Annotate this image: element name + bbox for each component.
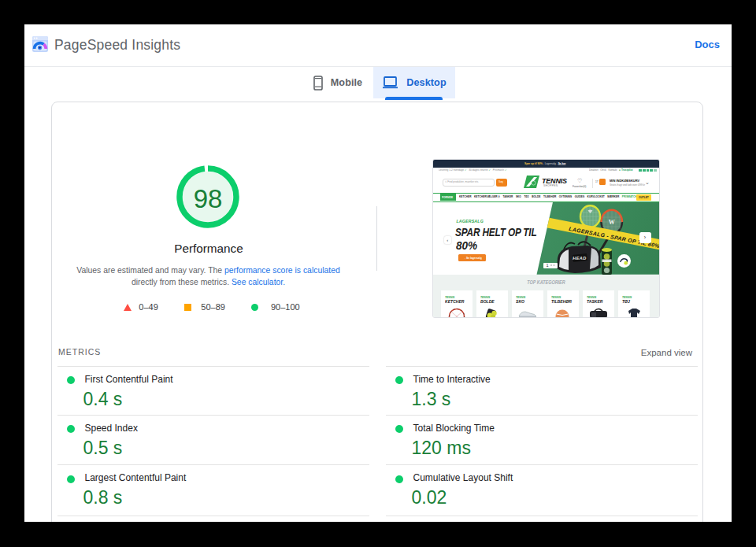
svg-text:HEAD: HEAD (573, 256, 587, 261)
